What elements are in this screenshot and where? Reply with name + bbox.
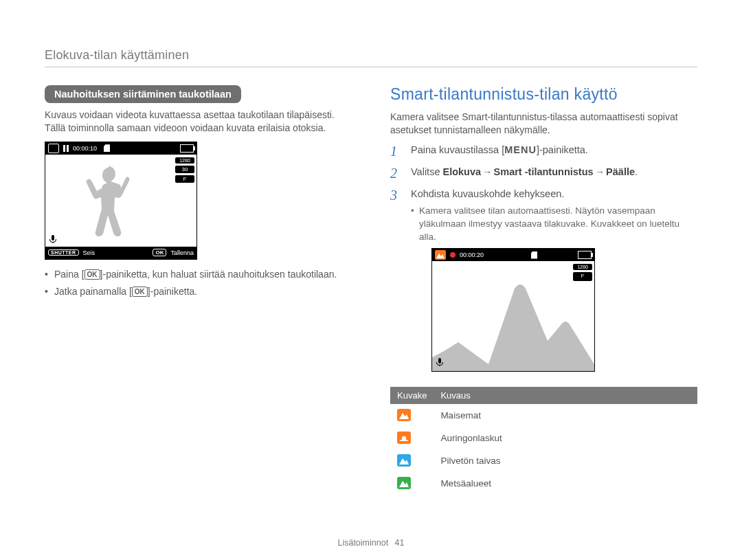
cam1-topbar: 00:00:10 (45, 142, 196, 155)
bullet-pause: Paina [OK]-painiketta, kun haluat siirtä… (45, 268, 352, 282)
camera-preview-smart: 00:00:20 1280 F (431, 248, 595, 372)
sub-bullet: Kamera valitsee tilan automaattisesti. N… (411, 205, 697, 244)
clearsky-icon (397, 454, 411, 467)
intro-paragraph: Kuvaus voidaan videota kuvattaessa asett… (45, 109, 352, 135)
scene-landscape-icon (435, 250, 446, 260)
section-heading: Smart-tilantunnistus-tilan käyttö (390, 85, 697, 104)
sd-icon (104, 144, 110, 152)
bullet-text: Paina [ (54, 269, 85, 280)
row-label: Maisemat (434, 404, 697, 427)
bullet-text: ]-painiketta. (148, 286, 197, 297)
step-number: 1 (390, 144, 401, 159)
row-label: Metsäalueet (434, 472, 697, 495)
svg-point-0 (402, 436, 406, 440)
step-text: Kohdista kuvauskohde kehykseen. Kamera v… (411, 188, 697, 372)
bullet-text: ]-painiketta, kun haluat siirtää nauhoit… (100, 269, 337, 280)
txt: Paina kuvaustilassa [ (411, 144, 504, 155)
person-silhouette (76, 164, 144, 245)
txt: Valitse (411, 166, 442, 177)
page-number: 41 (395, 538, 405, 548)
numbered-steps: 1 Paina kuvaustilassa [MENU]-painiketta.… (390, 144, 697, 372)
txt: Kohdista kuvauskohde kehykseen. (411, 188, 564, 199)
resolution-chip: 1280 (175, 157, 194, 164)
right-column: Smart-tilantunnistus-tilan käyttö Kamera… (390, 85, 697, 495)
forest-icon (397, 477, 411, 489)
cam2-topbar: 00:00:20 (432, 249, 594, 261)
txt: Päälle (606, 166, 635, 177)
ok-inline-icon: OK (85, 269, 100, 280)
section-intro: Kamera valitsee Smart-tilantunnistus-til… (390, 111, 697, 137)
th-icon: Kuvake (390, 387, 434, 404)
ok-badge: OK (153, 249, 166, 256)
left-bullets: Paina [OK]-painiketta, kun haluat siirtä… (45, 268, 352, 299)
th-desc: Kuvaus (434, 387, 697, 404)
svg-rect-1 (400, 440, 408, 442)
sunset-icon (397, 432, 411, 444)
cam1-time: 00:00:10 (73, 145, 97, 152)
shutter-text: Seis (83, 249, 95, 256)
txt: ]-painiketta. (537, 144, 588, 155)
pause-icon (63, 145, 69, 152)
section-pill: Nauhoituksen siirtäminen taukotilaan (45, 85, 241, 103)
step3-sub: Kamera valitsee tilan automaattisesti. N… (411, 205, 697, 244)
step-number: 2 (390, 166, 401, 181)
af-chip: F (175, 175, 194, 183)
step-3: 3 Kohdista kuvauskohde kehykseen. Kamera… (390, 188, 697, 372)
shutter-badge: SHUTTER (48, 249, 79, 256)
arrow-icon: → (595, 166, 605, 179)
ok-inline-icon: OK (132, 287, 148, 297)
table-row: Metsäalueet (390, 472, 697, 495)
step-2: 2 Valitse Elokuva→Smart -tilantunnistus→… (390, 166, 697, 181)
left-column: Nauhoituksen siirtäminen taukotilaan Kuv… (45, 85, 352, 495)
page-footer: Lisätoiminnot 41 (0, 538, 742, 548)
txt: Elokuva (442, 166, 481, 177)
menu-inline-icon: MENU (504, 144, 537, 155)
table-row: Auringonlaskut (390, 427, 697, 449)
mic-icon (48, 234, 58, 244)
ok-text: Tallenna (170, 249, 194, 256)
rec-icon (450, 252, 456, 258)
mic-icon (435, 357, 445, 367)
cam2-time: 00:00:20 (460, 251, 484, 259)
row-label: Auringonlaskut (434, 427, 697, 449)
battery-icon (578, 251, 592, 259)
cam1-botbar: SHUTTER Seis OK Tallenna (45, 247, 196, 259)
txt: Smart -tilantunnistus (494, 166, 594, 177)
table-row: Maisemat (390, 404, 697, 427)
footer-section: Lisätoiminnot (337, 538, 388, 548)
cam1-side-icons: 1280 30 F (175, 157, 194, 183)
arrow-icon: → (482, 166, 493, 179)
step-text: Valitse Elokuva→Smart -tilantunnistus→Pä… (411, 166, 638, 181)
icon-table-body: Maisemat Auringonlaskut Pilvetön taivas … (390, 404, 697, 495)
landscape-icon (397, 409, 411, 421)
bullet-text: Jatka painamalla [ (54, 286, 132, 297)
step-1: 1 Paina kuvaustilassa [MENU]-painiketta. (390, 144, 697, 159)
fps-chip: 30 (175, 166, 194, 173)
battery-icon (180, 144, 194, 153)
bullet-resume: Jatka painamalla [OK]-painiketta. (45, 285, 352, 299)
sd-icon (531, 251, 537, 259)
icon-table: Kuvake Kuvaus Maisemat Auringonlaskut (390, 387, 697, 495)
mountain-graphic (432, 261, 594, 371)
row-label: Pilvetön taivas (434, 449, 697, 472)
table-row: Pilvetön taivas (390, 449, 697, 472)
running-head: Elokuva-tilan käyttäminen (45, 48, 697, 67)
mode-icon (48, 144, 59, 153)
step-number: 3 (390, 188, 401, 372)
step-text: Paina kuvaustilassa [MENU]-painiketta. (411, 144, 588, 159)
camera-preview-pause: 00:00:10 1280 30 F SHUTTER Seis (45, 142, 197, 260)
